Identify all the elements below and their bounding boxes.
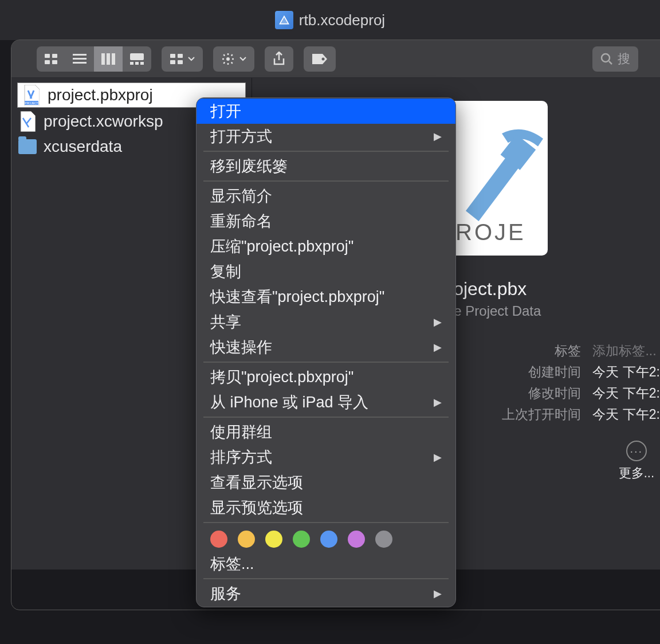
svg-point-19 xyxy=(322,57,325,60)
xcodeproj-icon xyxy=(275,11,293,29)
toolbar: 搜 xyxy=(11,40,660,78)
menu-open-with[interactable]: 打开方式 ▶ xyxy=(197,124,455,149)
svg-rect-16 xyxy=(170,60,175,64)
last-opened-value: 今天 下午2: xyxy=(592,406,660,423)
menu-move-to-trash[interactable]: 移到废纸篓 xyxy=(197,154,455,179)
modified-label: 修改时间 xyxy=(502,384,581,402)
svg-rect-4 xyxy=(73,54,87,56)
icon-view-button[interactable] xyxy=(37,46,65,72)
list-view-button[interactable] xyxy=(65,46,94,72)
more-icon: ··· xyxy=(626,441,647,461)
menu-share[interactable]: 共享 ▶ xyxy=(197,309,455,335)
submenu-arrow-icon: ▶ xyxy=(434,396,442,409)
svg-rect-1 xyxy=(52,54,57,58)
more-button[interactable]: ··· 更多... xyxy=(619,441,660,482)
share-icon xyxy=(273,52,285,66)
menu-open[interactable]: 打开 xyxy=(197,99,455,124)
view-mode-group xyxy=(37,46,151,72)
info-grid: 标签 添加标签... 创建时间 今天 下午2: 修改时间 今天 下午2: 上次打… xyxy=(502,342,660,423)
menu-import-from[interactable]: 从 iPhone 或 iPad 导入 ▶ xyxy=(197,390,455,415)
svg-rect-14 xyxy=(170,54,175,58)
action-menu-button[interactable] xyxy=(213,46,254,72)
tag-yellow[interactable] xyxy=(265,531,282,548)
menu-quick-look[interactable]: 快速查看"project.pbxproj" xyxy=(197,284,455,309)
submenu-arrow-icon: ▶ xyxy=(434,341,442,354)
folder-icon xyxy=(18,135,37,158)
group-by-button[interactable] xyxy=(162,46,203,72)
window-titlebar: rtb.xcodeproj xyxy=(0,0,660,40)
gallery-view-button[interactable] xyxy=(123,46,151,72)
menu-rename[interactable]: 重新命名 xyxy=(197,209,455,234)
submenu-arrow-icon: ▶ xyxy=(434,451,442,464)
tag-orange[interactable] xyxy=(238,531,255,548)
svg-rect-12 xyxy=(135,62,139,65)
svg-rect-8 xyxy=(107,53,110,65)
svg-rect-0 xyxy=(45,54,50,58)
svg-rect-7 xyxy=(101,53,105,65)
tags-label: 标签 xyxy=(502,342,581,360)
chevron-down-icon xyxy=(239,57,246,61)
search-input[interactable]: 搜 xyxy=(592,46,638,72)
tag-blue[interactable] xyxy=(320,531,337,548)
svg-rect-6 xyxy=(73,62,87,64)
svg-point-20 xyxy=(602,54,610,62)
svg-rect-9 xyxy=(112,53,115,65)
svg-point-18 xyxy=(226,57,230,61)
tags-button[interactable] xyxy=(304,46,336,72)
tag-gray[interactable] xyxy=(375,531,392,548)
created-label: 创建时间 xyxy=(502,363,581,381)
file-name: project.pbxproj xyxy=(48,86,153,104)
menu-show-preview-options[interactable]: 显示预览选项 xyxy=(197,495,455,520)
search-icon xyxy=(600,53,613,65)
menu-quick-actions[interactable]: 快速操作 ▶ xyxy=(197,335,455,360)
modified-value: 今天 下午2: xyxy=(592,384,660,402)
chevron-down-icon xyxy=(188,57,195,61)
svg-rect-2 xyxy=(45,60,50,64)
svg-rect-13 xyxy=(140,62,144,65)
svg-rect-17 xyxy=(178,60,183,64)
tag-purple[interactable] xyxy=(348,531,365,548)
tag-color-row xyxy=(197,525,455,551)
tag-green[interactable] xyxy=(293,531,310,548)
file-name: xcuserdata xyxy=(44,138,122,156)
menu-sort-by[interactable]: 排序方式 ▶ xyxy=(197,445,455,470)
svg-rect-15 xyxy=(178,54,183,58)
column-view-button[interactable] xyxy=(94,46,123,72)
menu-duplicate[interactable]: 复制 xyxy=(197,259,455,284)
svg-text:PROJECT: PROJECT xyxy=(25,101,38,105)
file-icon: PROJECT xyxy=(22,84,41,107)
submenu-arrow-icon: ▶ xyxy=(434,587,442,600)
search-placeholder: 搜 xyxy=(618,50,630,68)
file-name: project.xcworksp xyxy=(44,112,163,131)
file-icon xyxy=(18,110,37,133)
menu-tags[interactable]: 标签... xyxy=(197,551,455,576)
menu-services[interactable]: 服务 ▶ xyxy=(197,581,455,606)
submenu-arrow-icon: ▶ xyxy=(434,130,442,143)
share-button[interactable] xyxy=(265,46,293,72)
submenu-arrow-icon: ▶ xyxy=(434,316,442,328)
tags-value[interactable]: 添加标签... xyxy=(592,342,660,360)
svg-rect-11 xyxy=(130,62,133,65)
svg-rect-10 xyxy=(130,53,144,60)
tag-icon xyxy=(312,53,328,65)
hammer-icon xyxy=(450,118,548,221)
menu-get-info[interactable]: 显示简介 xyxy=(197,183,455,209)
menu-show-view-options[interactable]: 查看显示选项 xyxy=(197,470,455,495)
svg-rect-3 xyxy=(52,60,57,64)
window-title: rtb.xcodeproj xyxy=(299,11,385,29)
context-menu: 打开 打开方式 ▶ 移到废纸篓 显示简介 重新命名 压缩"project.pbx… xyxy=(196,97,456,607)
gear-icon xyxy=(221,52,235,66)
tag-red[interactable] xyxy=(210,531,227,548)
created-value: 今天 下午2: xyxy=(592,363,660,381)
menu-copy[interactable]: 拷贝"project.pbxproj" xyxy=(197,364,455,390)
menu-use-groups[interactable]: 使用群组 xyxy=(197,419,455,445)
last-opened-label: 上次打开时间 xyxy=(502,406,581,423)
menu-compress[interactable]: 压缩"project.pbxproj" xyxy=(197,234,455,259)
svg-rect-5 xyxy=(73,58,87,60)
